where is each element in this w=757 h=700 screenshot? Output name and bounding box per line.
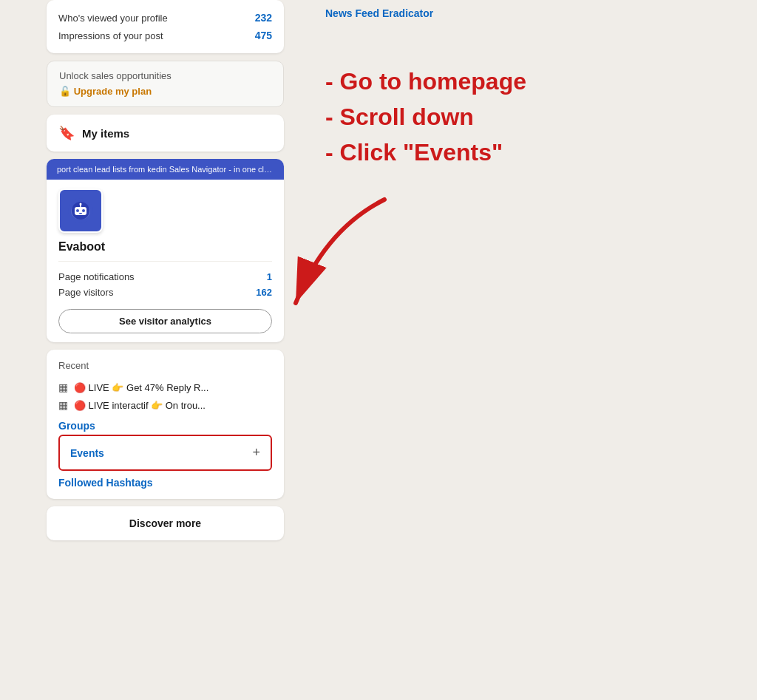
instruction-line-3: - Click "Events"	[325, 135, 526, 170]
arrow-container	[266, 185, 414, 321]
robot-icon	[67, 197, 95, 225]
arrow-icon	[266, 185, 414, 318]
news-feed-eradicator-link[interactable]: News Feed Eradicator	[325, 7, 433, 19]
page-notifications-label: Page notifications	[58, 271, 135, 282]
discover-more-button[interactable]: Discover more	[129, 517, 201, 529]
instructions-text: - Go to homepage - Scroll down - Click "…	[325, 64, 526, 170]
impressions-label: Impressions of your post	[58, 30, 163, 41]
followed-hashtags-link[interactable]: Followed Hashtags	[58, 477, 272, 489]
recent-item-2[interactable]: ▦ 🔴 LIVE interactif 👉 On trou...	[58, 396, 272, 414]
recent-title: Recent	[58, 360, 272, 371]
right-panel: News Feed Eradicator - Go to homepage - …	[296, 0, 757, 700]
events-plus-icon[interactable]: +	[252, 445, 260, 461]
my-items-label: My items	[82, 127, 129, 140]
upgrade-link-label: Upgrade my plan	[74, 86, 152, 97]
page-notifications-row: Page notifications 1	[58, 269, 272, 285]
upgrade-emoji: 🔓	[59, 86, 71, 97]
recent-card: Recent ▦ 🔴 LIVE 👉 Get 47% Reply R... ▦ 🔴…	[47, 350, 284, 499]
page-visitors-label: Page visitors	[58, 287, 113, 298]
evaboot-logo	[58, 188, 103, 233]
recent-item-2-text: 🔴 LIVE interactif 👉 On trou...	[74, 400, 206, 411]
page-wrapper: Who's viewed your profile 232 Impression…	[0, 0, 757, 700]
upgrade-title: Unlock sales opportunities	[59, 70, 271, 81]
evaboot-stats: Page notifications 1 Page visitors 162	[58, 261, 272, 300]
recent-item-1[interactable]: ▦ 🔴 LIVE 👉 Get 47% Reply R...	[58, 378, 272, 396]
impressions-count: 475	[255, 30, 272, 41]
svg-point-5	[82, 209, 85, 212]
evaboot-body: Evaboot Page notifications 1 Page visito…	[47, 180, 284, 342]
viewed-profile-count: 232	[255, 12, 272, 24]
upgrade-link[interactable]: 🔓 Upgrade my plan	[59, 86, 152, 97]
my-items-card[interactable]: 🔖 My items	[47, 115, 284, 152]
evaboot-card: port clean lead lists from kedin Sales N…	[47, 159, 284, 342]
stats-card: Who's viewed your profile 232 Impression…	[47, 0, 284, 53]
page-visitors-row: Page visitors 162	[58, 285, 272, 300]
svg-point-8	[80, 203, 82, 205]
svg-point-4	[76, 209, 79, 212]
svg-rect-6	[79, 213, 82, 214]
evaboot-name: Evaboot	[58, 240, 272, 254]
viewed-profile-label: Who's viewed your profile	[58, 13, 168, 24]
impressions-row: Impressions of your post 475	[58, 27, 272, 44]
viewed-profile-row: Who's viewed your profile 232	[58, 9, 272, 27]
events-section[interactable]: Events +	[58, 435, 272, 471]
instruction-line-2: - Scroll down	[325, 99, 526, 135]
evaboot-banner: port clean lead lists from kedin Sales N…	[47, 159, 284, 180]
bookmark-icon: 🔖	[58, 125, 75, 141]
calendar-icon-1: ▦	[58, 381, 68, 393]
calendar-icon-2: ▦	[58, 399, 68, 411]
left-panel: Who's viewed your profile 232 Impression…	[0, 0, 296, 700]
discover-card: Discover more	[47, 506, 284, 540]
groups-link[interactable]: Groups	[58, 420, 272, 432]
instruction-line-1: - Go to homepage	[325, 64, 526, 99]
recent-item-1-text: 🔴 LIVE 👉 Get 47% Reply R...	[74, 382, 208, 393]
upgrade-card: Unlock sales opportunities 🔓 Upgrade my …	[47, 61, 284, 107]
see-analytics-button[interactable]: See visitor analytics	[58, 309, 272, 333]
events-label: Events	[70, 447, 104, 459]
